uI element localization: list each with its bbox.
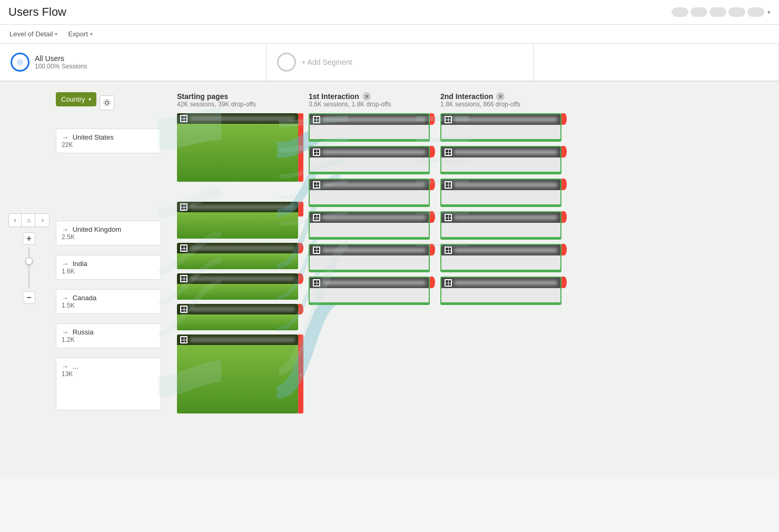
country-item-other[interactable]: → ... 13K	[56, 358, 161, 410]
int1-node-5[interactable]	[309, 244, 430, 272]
interaction2-sub: 1.8K sessions, 866 drop-offs	[440, 101, 561, 108]
int2-dropoff-6	[561, 277, 567, 288]
int2-dropoff-4	[561, 211, 567, 223]
all-users-icon	[11, 53, 29, 72]
int2-node-1[interactable]	[440, 113, 561, 142]
int2-dropoff-3	[561, 179, 567, 190]
int2-node-6[interactable]	[440, 277, 561, 305]
int2-node-3[interactable]	[440, 179, 561, 207]
export-arrow: ▾	[90, 31, 93, 37]
country-name-russia: Russia	[73, 328, 94, 336]
interaction1-column: 1st Interaction ✕ 3.6K sessions, 1.8K dr…	[309, 92, 430, 418]
avatar-4	[728, 7, 745, 17]
nav-home-button[interactable]: ⌂	[23, 214, 35, 226]
country-spacer-3	[56, 284, 161, 289]
svg-point-0	[105, 101, 109, 104]
page-title: Users Flow	[8, 5, 66, 19]
int2-dropoff-5	[561, 244, 567, 255]
avatar-2	[691, 7, 707, 17]
country-dropdown-arrow: ▾	[88, 96, 91, 102]
country-arrow-other: →	[62, 362, 68, 370]
starting-pages-title-text: Starting pages	[177, 92, 228, 101]
int1-node-1[interactable]	[309, 113, 430, 142]
all-users-name: All Users	[35, 54, 87, 63]
int1-node-6[interactable]	[309, 277, 430, 305]
int1-dropoff-5	[430, 244, 435, 255]
int1-node-2[interactable]	[309, 146, 430, 174]
avatar-group	[672, 7, 764, 17]
interaction1-close[interactable]: ✕	[362, 92, 371, 101]
add-segment[interactable]: + Add Segment	[267, 44, 533, 81]
zoom-thumb[interactable]	[25, 258, 33, 265]
interaction1-nodes	[309, 113, 430, 305]
all-users-sub: 100.00% Sessions	[35, 63, 87, 70]
add-segment-icon	[277, 53, 296, 72]
starting-pages-header: Starting pages 42K sessions, 39K drop-of…	[177, 92, 298, 108]
country-item-india[interactable]: → India 1.6K	[56, 255, 161, 280]
flow-area: ‹ ⌂ › + − Country ▾	[0, 82, 779, 477]
country-label: Country	[61, 95, 85, 103]
country-spacer-2	[56, 250, 161, 255]
interaction1-title-text: 1st Interaction	[309, 92, 359, 101]
interaction2-column: 2nd Interaction ✕ 1.8K sessions, 866 dro…	[440, 92, 561, 418]
add-segment-label: + Add Segment	[301, 58, 352, 66]
country-arrow-canada: →	[62, 294, 68, 302]
interaction1-sub: 3.6K sessions, 1.8K drop-offs	[309, 101, 430, 108]
nav-right-button[interactable]: ›	[36, 214, 49, 226]
country-spacer-1	[56, 157, 161, 221]
country-spacer-5	[56, 352, 161, 358]
country-val-us: 22K	[62, 141, 155, 149]
nav-left-button[interactable]: ‹	[9, 214, 22, 226]
int1-dropoff-2	[430, 146, 435, 157]
export-button[interactable]: Export ▾	[67, 28, 94, 40]
int1-node-3[interactable]	[309, 179, 430, 207]
level-of-detail-label: Level of Detail	[9, 30, 53, 38]
zoom-track	[28, 247, 30, 289]
nav-controls: ‹ ⌂ › + −	[8, 213, 50, 304]
all-users-icon-inner	[17, 59, 23, 65]
int1-dropoff-1	[430, 113, 435, 125]
zoom-out-button[interactable]: −	[23, 291, 35, 304]
country-item-uk[interactable]: → United Kingdom 2.5K	[56, 221, 161, 245]
interaction2-title-text: 2nd Interaction	[440, 92, 493, 101]
segment-spacer	[534, 44, 779, 81]
interaction2-title: 2nd Interaction ✕	[440, 92, 561, 101]
country-name-us: United States	[73, 133, 114, 141]
source-header: Country ▾	[56, 92, 161, 113]
starting-pages-sub: 42K sessions, 39K drop-offs	[177, 101, 298, 108]
country-item-canada[interactable]: → Canada 1.5K	[56, 289, 161, 314]
int1-dropoff-6	[430, 277, 435, 288]
country-spacer-4	[56, 318, 161, 323]
country-name-uk: United Kingdom	[73, 225, 122, 233]
all-users-segment[interactable]: All Users 100.00% Sessions	[0, 44, 267, 81]
avatar-1	[672, 7, 688, 17]
header-dropdown-icon[interactable]: ▾	[767, 9, 771, 16]
interaction2-close[interactable]: ✕	[496, 92, 505, 101]
int2-dropoff-1	[561, 113, 567, 125]
country-name-india: India	[73, 260, 87, 268]
svg-point-1	[104, 100, 110, 106]
avatar-5	[747, 7, 764, 17]
zoom-in-button[interactable]: +	[23, 232, 35, 245]
int2-node-5[interactable]	[440, 244, 561, 272]
int1-dropoff-3	[430, 179, 435, 190]
int2-node-4[interactable]	[440, 211, 561, 240]
country-item-russia[interactable]: → Russia 1.2K	[56, 323, 161, 348]
settings-button[interactable]	[100, 95, 114, 110]
country-name-canada: Canada	[73, 294, 97, 302]
int2-node-2[interactable]	[440, 146, 561, 174]
avatar-3	[709, 7, 726, 17]
toolbar: Level of Detail ▾ Export ▾	[0, 25, 779, 44]
segment-bar: All Users 100.00% Sessions + Add Segment	[0, 44, 779, 82]
level-of-detail-arrow: ▾	[55, 31, 57, 37]
level-of-detail-button[interactable]: Level of Detail ▾	[8, 28, 58, 40]
country-dropdown[interactable]: Country ▾	[56, 92, 96, 106]
page-header: Users Flow ▾	[0, 0, 779, 25]
int1-dropoff-4	[430, 211, 435, 223]
int1-node-4[interactable]	[309, 211, 430, 240]
source-column: Country ▾ → United States 22K	[56, 92, 161, 418]
int2-dropoff-2	[561, 146, 567, 157]
country-arrow-india: →	[62, 260, 68, 268]
starting-pages-title: Starting pages	[177, 92, 298, 101]
country-item-us[interactable]: → United States 22K	[56, 129, 161, 153]
